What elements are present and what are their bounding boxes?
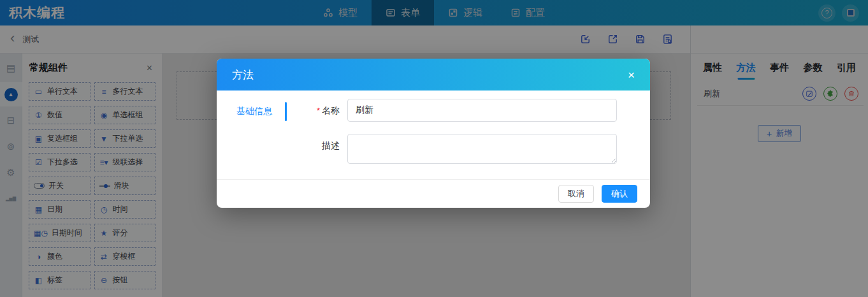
- method-dialog: 方法 × 基础信息 *名称 描述 取消 确认: [217, 59, 650, 208]
- dialog-body: 基础信息 *名称 描述: [217, 91, 650, 179]
- description-textarea-wrap: [347, 134, 617, 164]
- name-field-label: *名称: [293, 99, 347, 122]
- description-label-text: 描述: [322, 140, 340, 150]
- description-field-label: 描述: [293, 134, 347, 157]
- description-textarea[interactable]: [347, 134, 617, 164]
- cancel-button[interactable]: 取消: [558, 185, 594, 203]
- section-tab-label: 基础信息: [236, 106, 272, 117]
- dialog-footer: 取消 确认: [217, 179, 650, 208]
- close-icon[interactable]: ×: [628, 69, 635, 81]
- name-field-row: *名称: [293, 99, 617, 122]
- name-label-text: 名称: [322, 105, 340, 115]
- description-field-row: 描述: [293, 134, 617, 164]
- required-asterisk: *: [317, 106, 320, 115]
- dialog-header: 方法 ×: [217, 59, 650, 91]
- section-indicator: [285, 102, 287, 121]
- confirm-button[interactable]: 确认: [602, 185, 637, 203]
- dialog-title: 方法: [232, 68, 254, 82]
- dialog-form: *名称 描述: [293, 99, 617, 175]
- name-input[interactable]: [347, 99, 617, 122]
- section-tab-basic-info[interactable]: 基础信息: [236, 102, 287, 121]
